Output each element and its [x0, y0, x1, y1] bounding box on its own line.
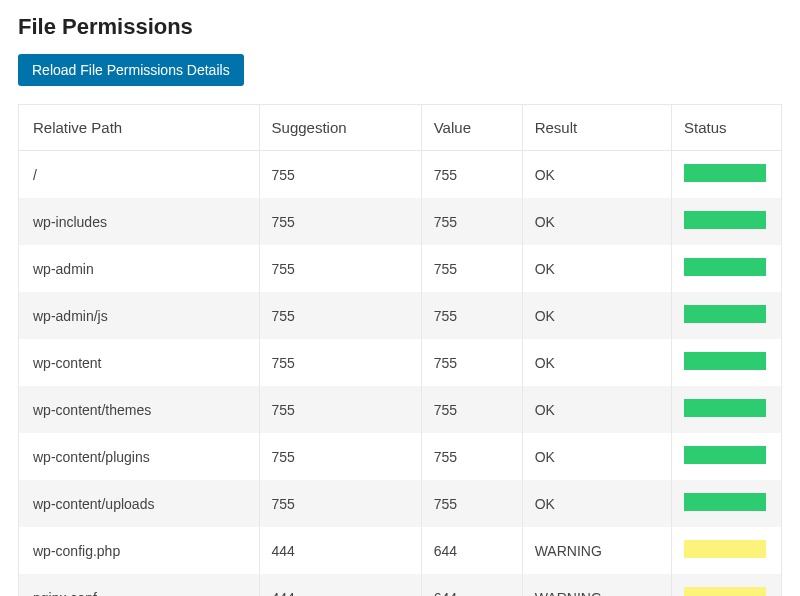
file-permissions-table: Relative Path Suggestion Value Result St… — [18, 104, 782, 596]
table-row: nginx.conf444644WARNING — [19, 574, 782, 596]
cell-status — [672, 527, 782, 574]
table-row: wp-admin/js755755OK — [19, 292, 782, 339]
cell-suggestion: 755 — [259, 292, 421, 339]
cell-status — [672, 386, 782, 433]
cell-path: wp-content/uploads — [19, 480, 260, 527]
cell-result: OK — [522, 339, 671, 386]
table-row: wp-content755755OK — [19, 339, 782, 386]
cell-path: / — [19, 151, 260, 199]
cell-status — [672, 480, 782, 527]
status-bar-ok — [684, 258, 766, 276]
status-bar-ok — [684, 493, 766, 511]
table-row: /755755OK — [19, 151, 782, 199]
col-header-status: Status — [672, 105, 782, 151]
cell-suggestion: 444 — [259, 527, 421, 574]
status-bar-ok — [684, 399, 766, 417]
cell-suggestion: 755 — [259, 386, 421, 433]
cell-path: wp-config.php — [19, 527, 260, 574]
cell-suggestion: 755 — [259, 151, 421, 199]
cell-path: wp-admin/js — [19, 292, 260, 339]
cell-value: 755 — [421, 292, 522, 339]
cell-value: 755 — [421, 433, 522, 480]
cell-result: WARNING — [522, 527, 671, 574]
cell-value: 755 — [421, 198, 522, 245]
cell-result: WARNING — [522, 574, 671, 596]
cell-status — [672, 574, 782, 596]
cell-path: wp-admin — [19, 245, 260, 292]
cell-status — [672, 198, 782, 245]
table-row: wp-config.php444644WARNING — [19, 527, 782, 574]
cell-suggestion: 444 — [259, 574, 421, 596]
cell-result: OK — [522, 386, 671, 433]
table-row: wp-admin755755OK — [19, 245, 782, 292]
cell-value: 644 — [421, 527, 522, 574]
col-header-suggestion: Suggestion — [259, 105, 421, 151]
cell-status — [672, 151, 782, 199]
cell-value: 755 — [421, 480, 522, 527]
cell-suggestion: 755 — [259, 339, 421, 386]
table-row: wp-includes755755OK — [19, 198, 782, 245]
cell-suggestion: 755 — [259, 245, 421, 292]
table-header-row: Relative Path Suggestion Value Result St… — [19, 105, 782, 151]
status-bar-ok — [684, 211, 766, 229]
cell-result: OK — [522, 198, 671, 245]
status-bar-ok — [684, 164, 766, 182]
cell-value: 644 — [421, 574, 522, 596]
cell-path: wp-content/themes — [19, 386, 260, 433]
table-row: wp-content/plugins755755OK — [19, 433, 782, 480]
cell-result: OK — [522, 245, 671, 292]
cell-status — [672, 433, 782, 480]
cell-suggestion: 755 — [259, 433, 421, 480]
col-header-path: Relative Path — [19, 105, 260, 151]
table-row: wp-content/themes755755OK — [19, 386, 782, 433]
cell-path: wp-content — [19, 339, 260, 386]
cell-status — [672, 339, 782, 386]
status-bar-ok — [684, 352, 766, 370]
page-title: File Permissions — [18, 14, 782, 40]
cell-path: wp-content/plugins — [19, 433, 260, 480]
cell-value: 755 — [421, 151, 522, 199]
cell-suggestion: 755 — [259, 480, 421, 527]
cell-suggestion: 755 — [259, 198, 421, 245]
cell-result: OK — [522, 292, 671, 339]
status-bar-warning — [684, 540, 766, 558]
cell-path: wp-includes — [19, 198, 260, 245]
cell-result: OK — [522, 433, 671, 480]
col-header-value: Value — [421, 105, 522, 151]
status-bar-warning — [684, 587, 766, 596]
cell-status — [672, 245, 782, 292]
status-bar-ok — [684, 446, 766, 464]
cell-status — [672, 292, 782, 339]
cell-path: nginx.conf — [19, 574, 260, 596]
cell-value: 755 — [421, 386, 522, 433]
reload-file-permissions-button[interactable]: Reload File Permissions Details — [18, 54, 244, 86]
cell-value: 755 — [421, 245, 522, 292]
cell-result: OK — [522, 151, 671, 199]
cell-result: OK — [522, 480, 671, 527]
table-row: wp-content/uploads755755OK — [19, 480, 782, 527]
col-header-result: Result — [522, 105, 671, 151]
status-bar-ok — [684, 305, 766, 323]
cell-value: 755 — [421, 339, 522, 386]
